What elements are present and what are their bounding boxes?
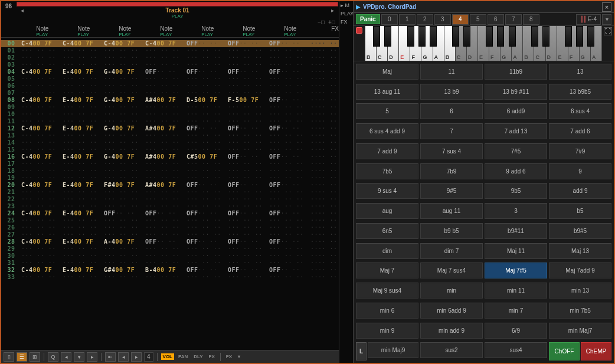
step-drop[interactable]: ▾: [74, 352, 84, 362]
pattern-row[interactable]: 24C-400 7FE-400 7FOFF·· ··OFF·· ··OFF·· …: [1, 210, 339, 217]
chord-3[interactable]: 3: [485, 203, 547, 219]
pattern-row[interactable]: 28C-400 7FE-400 7FA-400 7FOFF·· ··OFF·· …: [1, 238, 339, 245]
chord-sus4[interactable]: sus4: [485, 342, 547, 358]
pattern-row[interactable]: 08C-400 7FE-400 7FG-400 7FA#400 7FD-500 …: [1, 97, 339, 104]
chord-7b9[interactable]: 7b9: [420, 163, 483, 179]
record-button[interactable]: [356, 27, 362, 34]
stepnav-r[interactable]: ▸: [131, 352, 142, 362]
chord-min-6[interactable]: min 6: [356, 303, 418, 319]
pattern-row[interactable]: 06··· ·· ····· ·· ····· ·· ····· ·· ····…: [1, 83, 339, 90]
preset-4[interactable]: 4: [452, 14, 469, 25]
pattern-row[interactable]: 12C-400 7FE-400 7FG-400 7FA#400 7FOFF·· …: [1, 125, 339, 132]
pattern-row[interactable]: 01··· ·· ····· ·· ····· ·· ····· ·· ····…: [1, 47, 339, 54]
chord-dim-7[interactable]: dim 7: [420, 243, 483, 259]
chord-min-maj9[interactable]: min Maj9: [368, 342, 418, 358]
column-play[interactable]: PLAY: [201, 32, 243, 37]
pattern-row[interactable]: 15··· ·· ····· ·· ····· ·· ····· ·· ····…: [1, 146, 339, 153]
chord-7-add-6[interactable]: 7 add 6: [549, 123, 611, 139]
preset-8[interactable]: 8: [523, 14, 539, 25]
pattern-row[interactable]: 26··· ·· ····· ·· ····· ·· ····· ·· ····…: [1, 224, 339, 231]
chord-7[interactable]: 7: [420, 123, 483, 139]
chord-5[interactable]: 5: [356, 103, 418, 119]
pattern-row[interactable]: 00C-400 7FC-400 7FC-400 7FC-400 7FOFF·· …: [1, 40, 339, 47]
chord-b9#11[interactable]: b9#11: [485, 223, 547, 239]
black-key[interactable]: [418, 26, 426, 47]
chord-min-9[interactable]: min 9: [356, 323, 418, 339]
pattern-area[interactable]: 00C-400 7FC-400 7FC-400 7FC-400 7FOFF·· …: [1, 38, 339, 350]
mid-play[interactable]: PLAY: [339, 9, 353, 18]
scroll-strip[interactable]: [17, 2, 338, 6]
chord-b9-b5[interactable]: b9 b5: [420, 223, 483, 239]
chord-13-b9[interactable]: 13 b9: [420, 84, 483, 100]
chord-13-b9b5[interactable]: 13 b9b5: [549, 84, 611, 100]
pattern-row[interactable]: 25··· ·· ····· ·· ····· ·· ····· ·· ····…: [1, 217, 339, 224]
chord-11b9[interactable]: 11b9: [485, 64, 547, 80]
chord-9[interactable]: 9: [549, 163, 611, 179]
black-key[interactable]: [373, 26, 380, 47]
chord-6-add9[interactable]: 6 add9: [485, 103, 547, 119]
pattern-row[interactable]: 27··· ·· ····· ·· ····· ·· ····· ·· ····…: [1, 231, 339, 238]
add-column[interactable]: +□: [328, 19, 335, 25]
pattern-row[interactable]: 19··· ·· ····· ·· ····· ·· ····· ·· ····…: [1, 175, 339, 182]
q-button[interactable]: Q: [48, 352, 58, 362]
chord-9-sus-4[interactable]: 9 sus 4: [356, 183, 418, 199]
chord-off-button[interactable]: ChOFF: [549, 342, 580, 360]
chord-6[interactable]: 6: [420, 103, 483, 119]
chord-maj-7-sus4[interactable]: Maj 7 sus4: [420, 263, 483, 278]
latch-indicator[interactable]: L: [356, 342, 367, 360]
pattern-row[interactable]: 18··· ·· ····· ·· ····· ·· ····· ·· ····…: [1, 168, 339, 175]
fx2-tag[interactable]: FX: [224, 353, 234, 360]
black-key[interactable]: [497, 26, 504, 47]
expand-icon[interactable]: ⛶: [604, 27, 612, 35]
preset-3[interactable]: 3: [434, 14, 451, 25]
chord-9b5[interactable]: 9b5: [485, 183, 547, 199]
pattern-row[interactable]: 11··· ·· ····· ·· ····· ·· ····· ·· ····…: [1, 118, 339, 125]
black-key[interactable]: [565, 26, 572, 47]
chord-maj[interactable]: Maj: [356, 64, 418, 80]
pattern-row[interactable]: 10··· ·· ····· ·· ····· ·· ····· ·· ····…: [1, 111, 339, 118]
chord-6-sus-4-add-9[interactable]: 6 sus 4 add 9: [356, 123, 418, 139]
chord-aug-11[interactable]: aug 11: [420, 203, 483, 219]
chord-7-add-13[interactable]: 7 add 13: [485, 123, 547, 139]
remove-column[interactable]: −□: [318, 19, 325, 25]
black-key[interactable]: [531, 26, 538, 47]
chord-b9#5[interactable]: b9#5: [549, 223, 611, 239]
chord-6/9[interactable]: 6/9: [485, 323, 547, 339]
chord-maj-7add-9[interactable]: Maj 7add 9: [549, 263, 611, 278]
chord-sus2[interactable]: sus2: [420, 342, 483, 358]
pattern-row[interactable]: 32C-400 7FE-400 7FG#400 7FB-400 7FOFF·· …: [1, 267, 339, 274]
chord-min-maj7[interactable]: min Maj7: [549, 323, 611, 339]
pattern-row[interactable]: 13··· ·· ····· ·· ····· ·· ····· ·· ····…: [1, 132, 339, 139]
column-play[interactable]: PLAY: [243, 32, 284, 37]
preset-6[interactable]: 6: [488, 14, 504, 25]
pattern-row[interactable]: 20C-400 7FE-400 7FF#400 7FA#400 7FOFF·· …: [1, 182, 339, 189]
dly-tag[interactable]: DLY: [192, 353, 204, 360]
play-label[interactable]: PLAY: [16, 14, 339, 19]
pattern-row[interactable]: 29··· ·· ····· ·· ····· ·· ····· ·· ····…: [1, 245, 339, 252]
stepnav-l[interactable]: ◂: [118, 352, 129, 362]
black-key[interactable]: [430, 26, 437, 47]
pattern-row[interactable]: 30··· ·· ····· ·· ····· ·· ····· ·· ····…: [1, 252, 339, 260]
column-play[interactable]: PLAY: [160, 32, 201, 37]
pattern-row[interactable]: 03··· ·· ····· ·· ····· ·· ····· ·· ····…: [1, 61, 339, 68]
black-key[interactable]: [452, 26, 459, 47]
chord-13-b9-#11[interactable]: 13 b9 #11: [485, 84, 547, 100]
preset-0[interactable]: 0: [381, 14, 398, 25]
column-play[interactable]: PLAY: [36, 32, 77, 37]
pattern-row[interactable]: 23··· ·· ····· ·· ····· ·· ····· ·· ····…: [1, 203, 339, 210]
chord-maj-11[interactable]: Maj 11: [485, 243, 547, 259]
chord-11[interactable]: 11: [420, 64, 483, 80]
step-next[interactable]: ▸: [87, 352, 97, 362]
preset-1[interactable]: 1: [399, 14, 416, 25]
track-next-icon[interactable]: ▸: [331, 7, 334, 14]
chord-7-sus-4[interactable]: 7 sus 4: [420, 143, 483, 159]
pattern-row[interactable]: 09··· ·· ····· ·· ····· ·· ····· ·· ····…: [1, 104, 339, 111]
chord-empty-button[interactable]: ChEMP: [581, 342, 611, 360]
black-key[interactable]: [384, 26, 391, 47]
chord-min-add-9[interactable]: min add 9: [420, 323, 483, 339]
chord-maj-7[interactable]: Maj 7: [356, 263, 418, 278]
chord-6-sus-4[interactable]: 6 sus 4: [549, 103, 611, 119]
chord-13-aug-11[interactable]: 13 aug 11: [356, 84, 418, 100]
piano-keyboard[interactable]: BCDEFGABCDEFGABCDEFGA: [365, 26, 602, 61]
column-play[interactable]: PLAY: [119, 32, 160, 37]
